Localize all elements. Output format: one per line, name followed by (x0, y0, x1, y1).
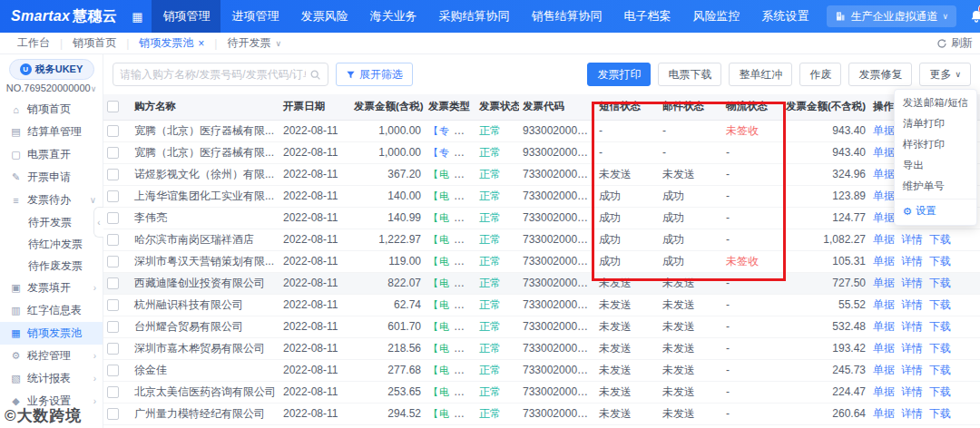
more-menu-item[interactable]: 样张打印 (895, 134, 976, 155)
topbar-nav-item[interactable]: 销售结算协同 (520, 0, 612, 33)
topbar-nav-item[interactable]: 电子档案 (612, 0, 681, 33)
row-checkbox[interactable] (107, 343, 119, 355)
row-action-link[interactable]: 详情 (901, 320, 923, 333)
row-action-link[interactable]: 单据 (873, 211, 895, 224)
expand-filter-button[interactable]: 展开筛选 (336, 63, 413, 86)
row-action-link[interactable]: 单据 (873, 364, 895, 376)
row-checkbox[interactable] (107, 190, 119, 202)
channel-selector[interactable]: 生产企业虚拟通道 ∨ (827, 5, 956, 27)
row-checkbox[interactable] (107, 256, 119, 268)
row-action-link[interactable]: 单据 (873, 385, 895, 398)
chevron-down-icon: ∨ (275, 39, 281, 48)
toolbar-action-button[interactable]: 电票下载 (658, 63, 721, 86)
row-action-link[interactable]: 单据 (873, 190, 895, 202)
row-action-link[interactable]: 单据 (873, 255, 895, 268)
sidebar-collapse-handle[interactable]: ‹ (93, 207, 103, 238)
notification-bell[interactable]: 6 (969, 9, 980, 24)
row-action-link[interactable]: 单据 (873, 320, 895, 333)
row-action-link[interactable]: 单据 (873, 277, 895, 289)
toolbar-action-button[interactable]: 发票修复 (848, 63, 912, 86)
more-menu-settings[interactable]: ⚙ 设置 (895, 199, 976, 222)
search-icon[interactable] (309, 69, 321, 81)
amount-with-tax-cell: 294.52 (350, 403, 425, 424)
topbar-nav-item[interactable]: 系统设置 (750, 0, 819, 33)
row-checkbox[interactable] (107, 147, 119, 159)
row-action-link[interactable]: 详情 (901, 385, 923, 398)
row-checkbox[interactable] (107, 299, 119, 311)
apps-grid-icon[interactable]: ▦ (132, 10, 142, 24)
toolbar-action-button[interactable]: 作废 (799, 63, 841, 86)
row-action-link[interactable]: 单据 (873, 124, 895, 137)
more-menu-item[interactable]: 发送邮箱/短信 (895, 92, 976, 113)
sidebar-item[interactable]: ▦销项发票池 (0, 322, 103, 345)
amount-with-tax-cell: 277.68 (350, 359, 425, 381)
sidebar-subitem[interactable]: 待作废发票 (0, 255, 103, 277)
sidebar-subitem[interactable]: 待红冲发票 (0, 233, 103, 255)
row-action-link[interactable]: 详情 (901, 277, 923, 289)
sidebar-item[interactable]: ▣发票填开› (0, 277, 103, 299)
row-checkbox[interactable] (107, 408, 119, 420)
sidebar-subitem[interactable]: 待开发票 (0, 211, 103, 233)
row-action-link[interactable]: 单据 (873, 342, 895, 355)
row-action-link[interactable]: 下载 (929, 255, 951, 268)
row-action-link[interactable]: 详情 (901, 342, 923, 355)
tab-item[interactable]: 工作台 (7, 33, 60, 54)
tab-item[interactable]: 销项发票池× (129, 33, 214, 54)
row-checkbox[interactable] (107, 365, 119, 376)
row-checkbox[interactable] (107, 234, 119, 246)
topbar-nav-item[interactable]: 风险监控 (681, 0, 750, 33)
sidebar-item[interactable]: ▧统计报表› (0, 367, 103, 390)
row-action-link[interactable]: 详情 (901, 233, 923, 246)
row-action-link[interactable]: 单据 (873, 146, 895, 159)
row-action-link[interactable]: 详情 (901, 255, 923, 268)
more-menu-item[interactable]: 导出 (895, 155, 976, 176)
close-icon[interactable]: × (198, 38, 204, 49)
topbar-nav-item[interactable]: 采购结算协同 (427, 0, 520, 33)
row-checkbox[interactable] (107, 212, 119, 224)
row-action-link[interactable]: 下载 (929, 364, 951, 376)
topbar-nav-item[interactable]: 进项管理 (220, 0, 289, 33)
sidebar-item[interactable]: ▤结算单管理 (0, 121, 103, 143)
row-action-link[interactable]: 单据 (873, 233, 895, 246)
row-checkbox[interactable] (107, 277, 119, 289)
sidebar-item[interactable]: ▥红字信息表 (0, 299, 103, 322)
row-action-link[interactable]: 下载 (929, 233, 951, 246)
toolbar-action-button[interactable]: 发票打印 (587, 63, 651, 86)
row-action-link[interactable]: 单据 (873, 407, 895, 420)
tab-item[interactable]: 待开发票∨ (217, 33, 291, 54)
toolbar-action-button[interactable]: 更多∨ (919, 63, 971, 86)
row-action-link[interactable]: 下载 (929, 298, 951, 311)
sidebar-item[interactable]: ✎开票申请 (0, 166, 103, 189)
row-checkbox[interactable] (107, 169, 119, 180)
sidebar-item[interactable]: ▢电票直开 (0, 143, 103, 166)
row-action-link[interactable]: 单据 (873, 298, 895, 311)
row-action-link[interactable]: 详情 (901, 364, 923, 376)
row-checkbox[interactable] (107, 125, 119, 137)
row-action-link[interactable]: 下载 (929, 342, 951, 355)
row-action-link[interactable]: 下载 (929, 407, 951, 420)
sidebar-item[interactable]: ⚙税控管理› (0, 345, 103, 367)
row-action-link[interactable]: 下载 (929, 277, 951, 289)
row-action-link[interactable]: 详情 (901, 407, 923, 420)
tab-label: 工作台 (17, 35, 50, 51)
tab-item[interactable]: 销项首页 (63, 33, 126, 54)
refresh-button[interactable]: 刷新 (936, 35, 973, 51)
row-action-link[interactable]: 单据 (873, 168, 895, 180)
device-number[interactable]: NO.769520000000∨ (0, 83, 103, 93)
sidebar-item[interactable]: ⌂销项首页 (0, 98, 103, 121)
topbar-nav-item[interactable]: 海关业务 (358, 0, 427, 33)
sidebar-item[interactable]: ≡发票待办∨ (0, 189, 103, 211)
row-checkbox[interactable] (107, 386, 119, 398)
toolbar-action-button[interactable]: 整单红冲 (729, 63, 792, 86)
more-menu-item[interactable]: 维护单号 (895, 176, 976, 197)
select-all-checkbox[interactable] (107, 101, 119, 112)
row-action-link[interactable]: 下载 (929, 385, 951, 398)
row-checkbox[interactable] (107, 321, 119, 333)
row-action-link[interactable]: 详情 (901, 298, 923, 311)
table-row: 西藏迪隆创业投资有限公司2022-08-11822.07电 票正常7330020… (103, 272, 980, 294)
more-menu-item[interactable]: 清单打印 (895, 113, 976, 134)
row-action-link[interactable]: 下载 (929, 320, 951, 333)
topbar-nav-item[interactable]: 销项管理 (152, 0, 220, 33)
search-input[interactable] (120, 68, 306, 81)
topbar-nav-item[interactable]: 发票风险 (289, 0, 358, 33)
